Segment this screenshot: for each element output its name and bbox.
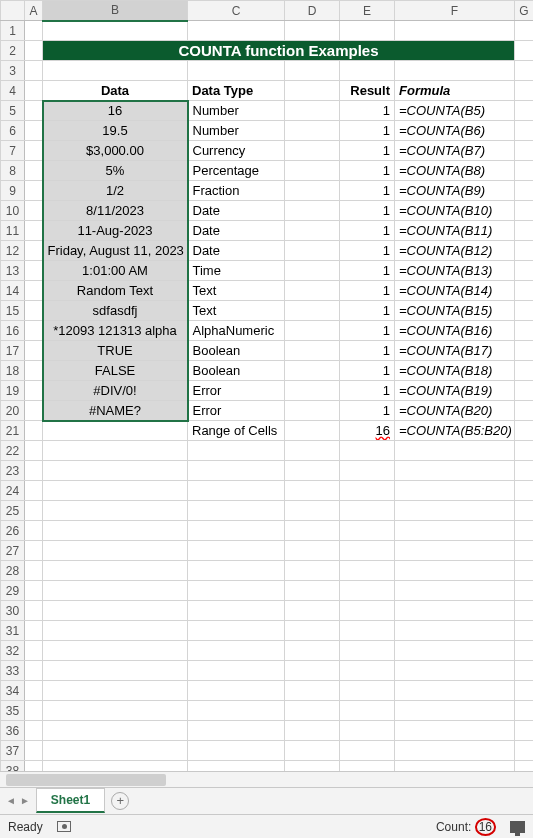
- cell-A28[interactable]: [25, 561, 43, 581]
- cell-C6[interactable]: Number: [188, 121, 285, 141]
- cell-B6[interactable]: 19.5: [43, 121, 188, 141]
- cell-C7[interactable]: Currency: [188, 141, 285, 161]
- cell-E1[interactable]: [340, 21, 395, 41]
- macro-record-icon[interactable]: [57, 821, 71, 832]
- cell-D31[interactable]: [285, 621, 340, 641]
- row-header-27[interactable]: 27: [1, 541, 25, 561]
- cell-C28[interactable]: [188, 561, 285, 581]
- cell-E22[interactable]: [340, 441, 395, 461]
- cell-D3[interactable]: [285, 61, 340, 81]
- cell-D14[interactable]: [285, 281, 340, 301]
- cell-A9[interactable]: [25, 181, 43, 201]
- cell-A10[interactable]: [25, 201, 43, 221]
- cell-C14[interactable]: Text: [188, 281, 285, 301]
- row-header-25[interactable]: 25: [1, 501, 25, 521]
- row-header-31[interactable]: 31: [1, 621, 25, 641]
- cell-F38[interactable]: [395, 761, 515, 771]
- cell-D15[interactable]: [285, 301, 340, 321]
- cell-B12[interactable]: Friday, August 11, 2023: [43, 241, 188, 261]
- cell-B7[interactable]: $3,000.00: [43, 141, 188, 161]
- cell-E18[interactable]: 1: [340, 361, 395, 381]
- select-all-corner[interactable]: [1, 1, 25, 21]
- cell-A7[interactable]: [25, 141, 43, 161]
- cell-A23[interactable]: [25, 461, 43, 481]
- cell-A37[interactable]: [25, 741, 43, 761]
- cell-A8[interactable]: [25, 161, 43, 181]
- cell-G35[interactable]: [515, 701, 534, 721]
- cell-C33[interactable]: [188, 661, 285, 681]
- cell-B21[interactable]: [43, 421, 188, 441]
- cell-C10[interactable]: Date: [188, 201, 285, 221]
- cell-G26[interactable]: [515, 521, 534, 541]
- cell-C21[interactable]: Range of Cells: [188, 421, 285, 441]
- cell-G28[interactable]: [515, 561, 534, 581]
- cell-B2[interactable]: COUNTA function Examples: [43, 41, 515, 61]
- row-header-16[interactable]: 16: [1, 321, 25, 341]
- cell-D17[interactable]: [285, 341, 340, 361]
- cell-A12[interactable]: [25, 241, 43, 261]
- cell-G31[interactable]: [515, 621, 534, 641]
- cell-D24[interactable]: [285, 481, 340, 501]
- cell-A2[interactable]: [25, 41, 43, 61]
- cell-C16[interactable]: AlphaNumeric: [188, 321, 285, 341]
- row-header-30[interactable]: 30: [1, 601, 25, 621]
- cell-F31[interactable]: [395, 621, 515, 641]
- cell-G10[interactable]: [515, 201, 534, 221]
- row-header-38[interactable]: 38: [1, 761, 25, 771]
- cell-E35[interactable]: [340, 701, 395, 721]
- cell-D11[interactable]: [285, 221, 340, 241]
- col-header-g[interactable]: G: [515, 1, 534, 21]
- cell-E16[interactable]: 1: [340, 321, 395, 341]
- col-header-f[interactable]: F: [395, 1, 515, 21]
- cell-A21[interactable]: [25, 421, 43, 441]
- cell-F13[interactable]: =COUNTA(B13): [395, 261, 515, 281]
- cell-G4[interactable]: [515, 81, 534, 101]
- cell-F12[interactable]: =COUNTA(B12): [395, 241, 515, 261]
- row-header-6[interactable]: 6: [1, 121, 25, 141]
- row-header-21[interactable]: 21: [1, 421, 25, 441]
- row-header-12[interactable]: 12: [1, 241, 25, 261]
- cell-F34[interactable]: [395, 681, 515, 701]
- cell-B22[interactable]: [43, 441, 188, 461]
- cell-B5[interactable]: 16: [43, 101, 188, 121]
- cell-C32[interactable]: [188, 641, 285, 661]
- cell-G5[interactable]: [515, 101, 534, 121]
- cell-D33[interactable]: [285, 661, 340, 681]
- cell-E37[interactable]: [340, 741, 395, 761]
- cell-A33[interactable]: [25, 661, 43, 681]
- row-header-36[interactable]: 36: [1, 721, 25, 741]
- cell-B29[interactable]: [43, 581, 188, 601]
- cell-F22[interactable]: [395, 441, 515, 461]
- cell-A27[interactable]: [25, 541, 43, 561]
- cell-F5[interactable]: =COUNTA(B5): [395, 101, 515, 121]
- cell-E24[interactable]: [340, 481, 395, 501]
- cell-C24[interactable]: [188, 481, 285, 501]
- cell-G30[interactable]: [515, 601, 534, 621]
- cell-F25[interactable]: [395, 501, 515, 521]
- tab-nav-prev-icon[interactable]: ◄: [6, 795, 16, 806]
- cell-G3[interactable]: [515, 61, 534, 81]
- cell-D5[interactable]: [285, 101, 340, 121]
- row-header-15[interactable]: 15: [1, 301, 25, 321]
- cell-D27[interactable]: [285, 541, 340, 561]
- cell-A38[interactable]: [25, 761, 43, 771]
- cell-F30[interactable]: [395, 601, 515, 621]
- cell-C9[interactable]: Fraction: [188, 181, 285, 201]
- cell-E34[interactable]: [340, 681, 395, 701]
- cell-A25[interactable]: [25, 501, 43, 521]
- cell-F14[interactable]: =COUNTA(B14): [395, 281, 515, 301]
- cell-A1[interactable]: [25, 21, 43, 41]
- cell-B35[interactable]: [43, 701, 188, 721]
- cell-E25[interactable]: [340, 501, 395, 521]
- cell-G19[interactable]: [515, 381, 534, 401]
- row-header-14[interactable]: 14: [1, 281, 25, 301]
- cell-C1[interactable]: [188, 21, 285, 41]
- cell-A16[interactable]: [25, 321, 43, 341]
- cell-G13[interactable]: [515, 261, 534, 281]
- cell-F16[interactable]: =COUNTA(B16): [395, 321, 515, 341]
- cell-G33[interactable]: [515, 661, 534, 681]
- cell-B20[interactable]: #NAME?: [43, 401, 188, 421]
- row-header-17[interactable]: 17: [1, 341, 25, 361]
- row-header-7[interactable]: 7: [1, 141, 25, 161]
- cell-E11[interactable]: 1: [340, 221, 395, 241]
